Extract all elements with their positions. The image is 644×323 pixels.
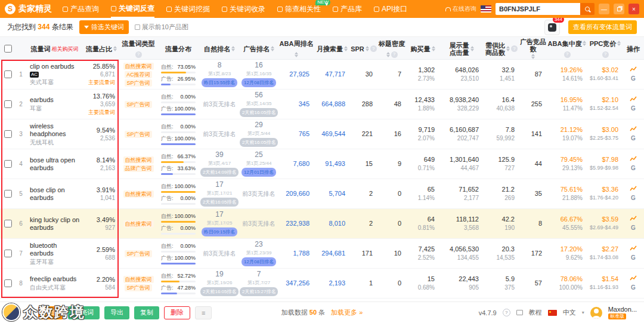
search-volume-value[interactable]: 294,681 xyxy=(321,250,345,257)
column-header-ppc[interactable]: PPC竞价? xyxy=(587,37,623,60)
show-top10-toggle[interactable]: 展示前10产品图 xyxy=(135,23,188,32)
aba-rank-value[interactable]: 765 xyxy=(299,130,309,138)
search-volume-value[interactable]: 2,193 xyxy=(329,279,345,287)
filter-keywords-button[interactable]: 筛选关键词 xyxy=(79,20,129,34)
toolbar-button-筛选[interactable]: 筛选 xyxy=(38,306,63,319)
sort-icon[interactable] xyxy=(470,46,474,51)
language-selector[interactable]: 中文 xyxy=(563,308,576,317)
row-checkbox[interactable] xyxy=(4,130,12,138)
help-icon[interactable]: ? xyxy=(564,51,571,58)
keyword-text[interactable]: freeclip earbuds xyxy=(30,275,76,283)
aba-rank-value[interactable]: 7,680 xyxy=(293,160,309,168)
restore-button[interactable] xyxy=(614,4,624,14)
trend-chart-icon[interactable] xyxy=(630,216,637,222)
column-header-share[interactable]: 流量占比 xyxy=(83,37,120,60)
keyword-text[interactable]: clip on earbuds xyxy=(30,63,75,70)
sort-icon[interactable] xyxy=(271,46,274,51)
keyword-text[interactable]: bose ultra open earbuds xyxy=(30,156,82,172)
search-volume-value[interactable]: 91,493 xyxy=(325,160,345,168)
column-header-vol[interactable]: 月搜索量 xyxy=(314,37,350,60)
asin-search-input[interactable] xyxy=(496,3,580,15)
search-volume-value[interactable]: 5,704 xyxy=(329,190,345,198)
row-checkbox[interactable] xyxy=(4,279,12,287)
google-trends-icon[interactable]: G xyxy=(631,164,636,172)
nav-item-keyword-index[interactable]: 关键词收录 xyxy=(222,0,265,18)
keyword-text[interactable]: wireless headphones xyxy=(30,122,82,138)
tutorial-link[interactable]: 教程 xyxy=(529,308,542,317)
nav-item-product-library[interactable]: 产品库 xyxy=(333,0,362,18)
trend-chart-icon[interactable] xyxy=(630,186,637,192)
google-trends-icon[interactable]: G xyxy=(631,104,636,112)
column-header-aba[interactable]: ABA周排名 xyxy=(278,37,314,60)
column-header-density[interactable]: 标题密度? xyxy=(377,37,406,60)
sort-icon[interactable] xyxy=(295,52,298,57)
google-trends-icon[interactable]: G xyxy=(631,284,636,291)
select-all-checkbox[interactable] xyxy=(4,45,12,53)
google-trends-icon[interactable]: G xyxy=(631,75,636,82)
column-header-spr[interactable]: SPR? xyxy=(350,37,377,60)
sort-icon[interactable] xyxy=(531,54,535,59)
trend-chart-icon[interactable] xyxy=(630,96,637,102)
sort-icon[interactable] xyxy=(583,41,586,46)
sort-icon[interactable] xyxy=(366,46,369,51)
help-icon[interactable]: ? xyxy=(511,45,518,52)
row-checkbox[interactable] xyxy=(4,70,12,78)
column-header-ratio[interactable]: 需供比商品数? xyxy=(484,37,519,60)
minimize-button[interactable]: — xyxy=(599,4,609,14)
chevron-down-icon[interactable]: ▾ xyxy=(325,1,328,7)
trend-chart-icon[interactable] xyxy=(630,156,637,162)
column-header-impr[interactable]: 展示量点击量 xyxy=(439,37,484,60)
google-trends-icon[interactable]: G xyxy=(631,194,636,202)
load-more-button[interactable]: 加载更多 » xyxy=(331,308,363,317)
sort-icon[interactable] xyxy=(386,52,390,57)
help-icon[interactable]: ? xyxy=(370,45,377,52)
search-volume-value[interactable]: 8,010 xyxy=(329,220,345,227)
row-checkbox[interactable] xyxy=(4,220,12,227)
trend-chart-icon[interactable] xyxy=(630,245,637,251)
aba-rank-value[interactable]: 27,925 xyxy=(289,70,309,78)
column-header-adc[interactable]: 广告竞品数 xyxy=(519,37,547,60)
toolbar-button-≡[interactable]: ≡ xyxy=(195,306,212,319)
search-volume-value[interactable]: 664,888 xyxy=(321,100,345,108)
help-icon[interactable]: ? xyxy=(135,51,142,58)
toolbar-button-高亮词[interactable]: 高亮词 xyxy=(68,306,100,319)
toolbar-button-删除[interactable]: 删除 xyxy=(164,306,190,319)
help-icon[interactable]: ? xyxy=(503,309,510,316)
aba-rank-value[interactable]: 347,256 xyxy=(286,279,309,287)
sort-icon[interactable] xyxy=(617,41,621,46)
sort-icon[interactable] xyxy=(432,46,435,51)
google-trends-icon[interactable]: G xyxy=(631,134,636,142)
trend-chart-icon[interactable] xyxy=(630,66,637,72)
online-consult[interactable]: 在线咨询 xyxy=(445,5,476,13)
keyword-text[interactable]: king lucky clip on earbuds xyxy=(30,216,82,232)
sort-icon[interactable] xyxy=(231,46,235,51)
user-avatar[interactable] xyxy=(590,307,602,319)
brand-logo[interactable]: S 卖家精灵 xyxy=(5,4,52,14)
row-checkbox[interactable] xyxy=(4,190,12,198)
google-trends-icon[interactable]: G xyxy=(631,224,636,232)
sort-icon[interactable] xyxy=(344,46,348,51)
column-header-focus[interactable]: ABA集中度? xyxy=(547,37,587,60)
aba-rank-value[interactable]: 345 xyxy=(299,100,309,108)
help-icon[interactable]: ? xyxy=(602,51,609,58)
us-flag-icon[interactable] xyxy=(481,5,491,13)
column-header-arank[interactable]: 广告排名 xyxy=(239,37,278,60)
trend-chart-icon[interactable] xyxy=(630,275,637,281)
aba-rank-value[interactable]: 1,788 xyxy=(293,250,309,257)
product-thumbnail[interactable]: 344 xyxy=(544,20,560,35)
nav-item-keyword-mining[interactable]: 关键词挖掘 xyxy=(166,0,210,18)
keyword-text[interactable]: bose clip on earbuds xyxy=(30,186,82,202)
column-header-orank[interactable]: 自然排名 xyxy=(200,37,239,60)
help-icon[interactable]: ? xyxy=(391,51,398,58)
google-trends-icon[interactable]: G xyxy=(631,254,636,262)
user-info[interactable]: Maxdon... 标准版 xyxy=(608,306,637,319)
nav-item-product-research[interactable]: 产品查询 xyxy=(63,0,99,18)
search-volume-value[interactable]: 47,717 xyxy=(325,70,345,78)
search-volume-value[interactable]: 469,544 xyxy=(321,130,345,138)
row-checkbox[interactable] xyxy=(4,160,12,168)
aba-rank-value[interactable]: 232,938 xyxy=(286,220,309,227)
sort-icon[interactable] xyxy=(113,46,117,51)
keyword-text[interactable]: bluetooth earbuds xyxy=(30,242,82,257)
view-variant-keywords-button[interactable]: 查看所有变体流量词 xyxy=(568,20,637,34)
toolbar-button-导出[interactable]: 导出 xyxy=(104,306,129,319)
